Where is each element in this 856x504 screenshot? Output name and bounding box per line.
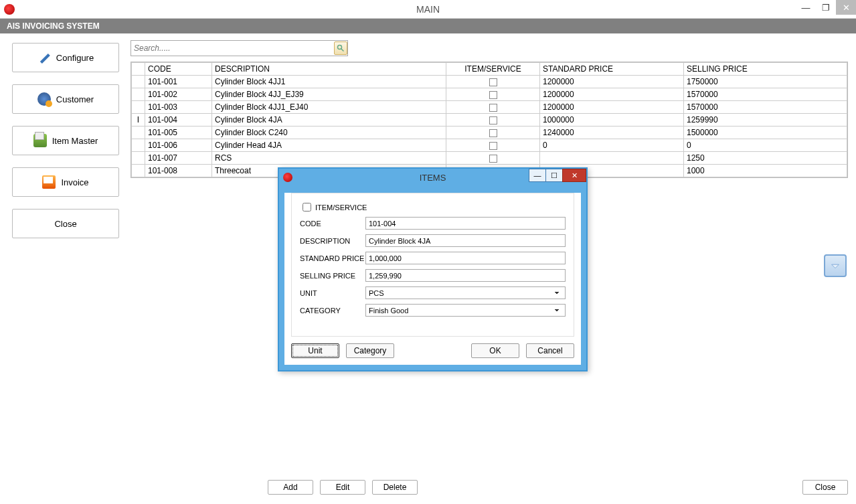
dialog-close-button[interactable]: ✕ [562, 169, 586, 182]
titlebar: MAIN — ❐ ✕ [0, 0, 856, 19]
cell-item-service[interactable] [446, 114, 540, 127]
row-indicator [132, 165, 145, 177]
search-icon[interactable] [334, 41, 347, 55]
cell-item-service[interactable] [446, 127, 540, 139]
add-button[interactable]: Add [268, 480, 313, 495]
cell-code[interactable]: 101-005 [145, 127, 212, 139]
cell-selling-price[interactable]: 1259990 [684, 114, 847, 127]
item-master-icon [33, 134, 47, 147]
category-button[interactable]: Category [346, 343, 394, 358]
customer-button[interactable]: Customer [12, 84, 119, 114]
dialog-body: ITEM/SERVICE CODE DESCRIPTION STANDARD P… [284, 193, 581, 365]
row-indicator [132, 152, 145, 165]
cell-description[interactable]: Cylinder Block 4JJ1_EJ40 [212, 101, 446, 114]
cell-item-service[interactable] [446, 139, 540, 152]
unit-button[interactable]: Unit [291, 343, 339, 358]
item-service-checkbox-cell[interactable] [489, 78, 497, 86]
description-field[interactable] [365, 234, 566, 247]
table-row[interactable]: 101-002Cylinder Block 4JJ_EJ391200000157… [132, 88, 847, 101]
cell-description[interactable]: Cylinder Block C240 [212, 127, 446, 139]
svg-point-0 [338, 46, 342, 50]
item-service-checkbox-cell[interactable] [489, 155, 497, 163]
item-service-checkbox-cell[interactable] [489, 142, 497, 150]
table-row[interactable]: 101-005Cylinder Block C24012400001500000 [132, 127, 847, 139]
table-row[interactable]: 101-003Cylinder Block 4JJ1_EJ40120000015… [132, 101, 847, 114]
cell-description[interactable]: RCS [212, 152, 446, 165]
cell-selling-price[interactable]: 0 [684, 139, 847, 152]
search-input[interactable] [134, 44, 334, 53]
table-row[interactable]: 101-007RCS1250 [132, 152, 847, 165]
cell-standard-price[interactable]: 0 [540, 139, 684, 152]
cell-selling-price[interactable]: 1000 [684, 165, 847, 177]
table-row[interactable]: 101-006Cylinder Head 4JA00 [132, 139, 847, 152]
bottom-toolbar: Add Edit Delete Close [268, 480, 848, 495]
cell-standard-price[interactable]: 1000000 [540, 114, 684, 127]
cell-selling-price[interactable]: 1570000 [684, 101, 847, 114]
items-grid[interactable]: CODE DESCRIPTION ITEM/SERVICE STANDARD P… [131, 62, 848, 178]
item-service-checkbox-cell[interactable] [489, 104, 497, 112]
maximize-button[interactable]: ❐ [816, 0, 836, 15]
cell-standard-price[interactable]: 1200000 [540, 88, 684, 101]
cell-description[interactable]: Cylinder Head 4JA [212, 139, 446, 152]
standard-price-field[interactable] [365, 252, 566, 264]
configure-button[interactable]: Configure [12, 43, 119, 72]
table-row[interactable]: I101-004Cylinder Block 4JA10000001259990 [132, 114, 847, 127]
cell-standard-price[interactable]: 1240000 [540, 127, 684, 139]
cell-standard-price[interactable] [540, 152, 684, 165]
cancel-button[interactable]: Cancel [526, 343, 574, 358]
selling-price-field[interactable] [365, 269, 566, 282]
cell-code[interactable]: 101-003 [145, 101, 212, 114]
dialog-title: ITEMS [420, 173, 446, 183]
cell-code[interactable]: 101-001 [145, 76, 212, 88]
table-row[interactable]: 101-001Cylinder Block 4JJ112000001750000 [132, 76, 847, 88]
item-service-checkbox-cell[interactable] [489, 129, 497, 137]
cell-item-service[interactable] [446, 101, 540, 114]
items-dialog-titlebar[interactable]: ITEMS — ☐ ✕ [279, 169, 586, 186]
cell-selling-price[interactable]: 1570000 [684, 88, 847, 101]
cell-selling-price[interactable]: 1500000 [684, 127, 847, 139]
col-code[interactable]: CODE [145, 63, 212, 76]
dialog-minimize-button[interactable]: — [529, 169, 546, 182]
col-selling-price[interactable]: SELLING PRICE [684, 63, 847, 76]
cell-standard-price[interactable]: 1200000 [540, 101, 684, 114]
col-description[interactable]: DESCRIPTION [212, 63, 446, 76]
cell-item-service[interactable] [446, 152, 540, 165]
grid-header-row: CODE DESCRIPTION ITEM/SERVICE STANDARD P… [132, 63, 847, 76]
col-item-service[interactable]: ITEM/SERVICE [446, 63, 540, 76]
close-window-button[interactable]: ✕ [836, 0, 856, 15]
cell-code[interactable]: 101-002 [145, 88, 212, 101]
item-master-button[interactable]: Item Master [12, 126, 119, 155]
minimize-button[interactable]: — [796, 0, 816, 15]
cell-code[interactable]: 101-006 [145, 139, 212, 152]
cell-item-service[interactable] [446, 88, 540, 101]
delete-button[interactable]: Delete [372, 480, 418, 495]
edit-button[interactable]: Edit [320, 480, 365, 495]
cell-description[interactable]: Cylinder Block 4JJ1 [212, 76, 446, 88]
dialog-maximize-button[interactable]: ☐ [545, 169, 563, 182]
rowhead [132, 63, 145, 76]
cell-standard-price[interactable]: 1200000 [540, 76, 684, 88]
cell-description[interactable]: Cylinder Block 4JA [212, 114, 446, 127]
item-service-checkbox-cell[interactable] [489, 91, 497, 99]
bottom-close-button[interactable]: Close [802, 480, 848, 495]
cell-item-service[interactable] [446, 76, 540, 88]
cell-description[interactable]: Cylinder Block 4JJ_EJ39 [212, 88, 446, 101]
cell-selling-price[interactable]: 1750000 [684, 76, 847, 88]
category-select[interactable]: Finish Good [365, 304, 566, 317]
invoice-label: Invoice [61, 177, 88, 187]
item-service-checkbox[interactable] [303, 203, 311, 212]
col-standard-price[interactable]: STANDARD PRICE [540, 63, 684, 76]
search-box[interactable] [131, 40, 348, 56]
cell-code[interactable]: 101-004 [145, 114, 212, 127]
code-field[interactable] [365, 217, 566, 230]
sidebar-close-button[interactable]: Close [12, 209, 119, 238]
item-service-checkbox-cell[interactable] [489, 116, 497, 124]
unit-select[interactable]: PCS [365, 286, 566, 299]
cell-code[interactable]: 101-008 [145, 165, 212, 177]
ok-button[interactable]: OK [471, 343, 519, 358]
invoice-button[interactable]: Invoice [12, 167, 119, 197]
cell-selling-price[interactable]: 1250 [684, 152, 847, 165]
scroll-down-button[interactable] [824, 254, 847, 277]
app-name: AIS INVOICING SYSTEM [7, 21, 100, 31]
cell-code[interactable]: 101-007 [145, 152, 212, 165]
